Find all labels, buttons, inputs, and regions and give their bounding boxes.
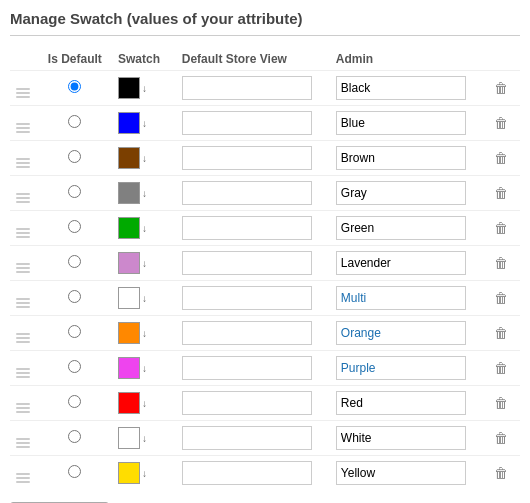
drag-handle[interactable] — [16, 298, 30, 308]
table-row: ↓ 🗑 — [10, 176, 520, 211]
is-default-radio[interactable] — [68, 325, 81, 338]
table-row: ↓ 🗑 — [10, 71, 520, 106]
store-view-input[interactable] — [182, 216, 312, 240]
color-swatch[interactable] — [118, 392, 140, 414]
store-view-input[interactable] — [182, 181, 312, 205]
swatch-dropdown-arrow[interactable]: ↓ — [142, 83, 147, 94]
admin-input[interactable] — [336, 76, 466, 100]
swatch-cell: ↓ — [118, 427, 170, 449]
is-default-radio[interactable] — [68, 465, 81, 478]
store-view-input[interactable] — [182, 321, 312, 345]
swatch-cell: ↓ — [118, 287, 170, 309]
delete-button[interactable]: 🗑 — [490, 428, 512, 448]
store-view-input[interactable] — [182, 461, 312, 485]
swatch-dropdown-arrow[interactable]: ↓ — [142, 118, 147, 129]
is-default-radio[interactable] — [68, 360, 81, 373]
drag-handle[interactable] — [16, 473, 30, 483]
delete-button[interactable]: 🗑 — [490, 358, 512, 378]
admin-input[interactable] — [336, 251, 466, 275]
table-row: ↓ 🗑 — [10, 141, 520, 176]
color-swatch[interactable] — [118, 462, 140, 484]
swatch-dropdown-arrow[interactable]: ↓ — [142, 468, 147, 479]
admin-input[interactable] — [336, 356, 466, 380]
swatch-cell: ↓ — [118, 252, 170, 274]
is-default-radio[interactable] — [68, 255, 81, 268]
is-default-radio[interactable] — [68, 80, 81, 93]
delete-button[interactable]: 🗑 — [490, 183, 512, 203]
page-title: Manage Swatch (values of your attribute) — [10, 10, 520, 36]
store-view-input[interactable] — [182, 76, 312, 100]
color-swatch[interactable] — [118, 252, 140, 274]
drag-handle[interactable] — [16, 263, 30, 273]
swatch-cell: ↓ — [118, 392, 170, 414]
color-swatch[interactable] — [118, 322, 140, 344]
color-swatch[interactable] — [118, 427, 140, 449]
swatch-dropdown-arrow[interactable]: ↓ — [142, 328, 147, 339]
admin-input[interactable] — [336, 111, 466, 135]
drag-handle[interactable] — [16, 88, 30, 98]
admin-input[interactable] — [336, 146, 466, 170]
store-view-input[interactable] — [182, 391, 312, 415]
drag-handle[interactable] — [16, 193, 30, 203]
color-swatch[interactable] — [118, 182, 140, 204]
store-view-input[interactable] — [182, 286, 312, 310]
store-view-input[interactable] — [182, 146, 312, 170]
drag-handle[interactable] — [16, 158, 30, 168]
delete-button[interactable]: 🗑 — [490, 253, 512, 273]
color-swatch[interactable] — [118, 147, 140, 169]
drag-handle[interactable] — [16, 228, 30, 238]
store-view-input[interactable] — [182, 356, 312, 380]
admin-input[interactable] — [336, 426, 466, 450]
admin-input[interactable] — [336, 461, 466, 485]
swatch-cell: ↓ — [118, 77, 170, 99]
swatch-cell: ↓ — [118, 462, 170, 484]
admin-input[interactable] — [336, 286, 466, 310]
is-default-radio[interactable] — [68, 115, 81, 128]
swatch-dropdown-arrow[interactable]: ↓ — [142, 293, 147, 304]
store-view-input[interactable] — [182, 251, 312, 275]
header-admin: Admin — [330, 48, 484, 71]
is-default-radio[interactable] — [68, 430, 81, 443]
swatch-dropdown-arrow[interactable]: ↓ — [142, 223, 147, 234]
color-swatch[interactable] — [118, 77, 140, 99]
drag-handle[interactable] — [16, 123, 30, 133]
delete-button[interactable]: 🗑 — [490, 288, 512, 308]
color-swatch[interactable] — [118, 112, 140, 134]
admin-input[interactable] — [336, 216, 466, 240]
swatch-cell: ↓ — [118, 217, 170, 239]
swatch-dropdown-arrow[interactable]: ↓ — [142, 258, 147, 269]
header-is-default: Is Default — [38, 48, 112, 71]
admin-input[interactable] — [336, 321, 466, 345]
color-swatch[interactable] — [118, 357, 140, 379]
color-swatch[interactable] — [118, 217, 140, 239]
is-default-radio[interactable] — [68, 185, 81, 198]
delete-button[interactable]: 🗑 — [490, 148, 512, 168]
swatch-dropdown-arrow[interactable]: ↓ — [142, 363, 147, 374]
table-row: ↓ 🗑 — [10, 211, 520, 246]
swatch-dropdown-arrow[interactable]: ↓ — [142, 153, 147, 164]
drag-handle[interactable] — [16, 368, 30, 378]
drag-handle[interactable] — [16, 403, 30, 413]
swatch-cell: ↓ — [118, 112, 170, 134]
admin-input[interactable] — [336, 181, 466, 205]
delete-button[interactable]: 🗑 — [490, 218, 512, 238]
swatch-cell: ↓ — [118, 182, 170, 204]
drag-handle[interactable] — [16, 333, 30, 343]
is-default-radio[interactable] — [68, 395, 81, 408]
store-view-input[interactable] — [182, 426, 312, 450]
delete-button[interactable]: 🗑 — [490, 78, 512, 98]
admin-input[interactable] — [336, 391, 466, 415]
is-default-radio[interactable] — [68, 220, 81, 233]
delete-button[interactable]: 🗑 — [490, 113, 512, 133]
swatch-dropdown-arrow[interactable]: ↓ — [142, 398, 147, 409]
swatch-dropdown-arrow[interactable]: ↓ — [142, 433, 147, 444]
color-swatch[interactable] — [118, 287, 140, 309]
delete-button[interactable]: 🗑 — [490, 393, 512, 413]
is-default-radio[interactable] — [68, 290, 81, 303]
delete-button[interactable]: 🗑 — [490, 323, 512, 343]
delete-button[interactable]: 🗑 — [490, 463, 512, 483]
swatch-dropdown-arrow[interactable]: ↓ — [142, 188, 147, 199]
is-default-radio[interactable] — [68, 150, 81, 163]
store-view-input[interactable] — [182, 111, 312, 135]
drag-handle[interactable] — [16, 438, 30, 448]
